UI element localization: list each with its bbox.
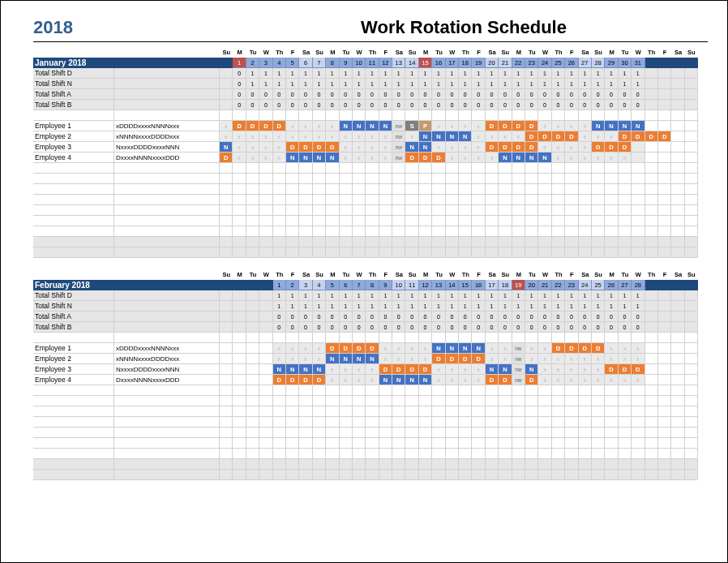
day-number: 27 (619, 280, 632, 290)
shift-cell: N (499, 364, 512, 375)
shift-cell: x (326, 131, 339, 142)
day-number: 28 (632, 280, 644, 290)
shift-cell: x (299, 343, 312, 354)
day-number: 4 (313, 280, 326, 290)
shift-cell: N (405, 375, 418, 385)
shift-cell: x (579, 364, 592, 375)
shift-cell: N (605, 121, 618, 131)
shift-cell: x (592, 364, 605, 375)
shift-cell: D (405, 364, 418, 375)
day-number: 12 (379, 58, 392, 68)
day-number: 25 (552, 58, 565, 68)
day-number: 12 (419, 280, 432, 290)
employee-name: Employee 1 (33, 121, 114, 131)
shift-cell: x (619, 153, 632, 163)
employee-pattern: NxxxxDDDDxxxxNNN (114, 364, 220, 375)
shift-cell: D (499, 142, 512, 153)
shift-cell: N (353, 121, 366, 131)
shift-cell: D (299, 142, 312, 153)
shift-cell: D (592, 142, 605, 153)
shift-cell: N (299, 153, 312, 163)
shift-cell: x (499, 131, 512, 142)
shift-cell: D (459, 354, 472, 364)
month-header-row: February 2018123456789101112131415161718… (33, 280, 708, 290)
shift-cell: N (273, 364, 286, 375)
shift-cell: x (432, 375, 445, 385)
shift-cell: x (326, 375, 339, 385)
shift-cell: x (379, 343, 392, 354)
shift-cell: D (366, 343, 379, 354)
shift-cell: D (432, 153, 445, 163)
day-number: 21 (538, 280, 551, 290)
shift-cell: x (273, 142, 286, 153)
employee-pattern: DxxxxNNNNxxxxDDD (114, 153, 220, 163)
day-number: 5 (326, 280, 339, 290)
shift-cell: x (286, 354, 299, 364)
shift-cell: x (299, 121, 312, 131)
shift-cell: x (538, 364, 551, 375)
total-row: Total Shift D111111111111111111111111111… (33, 290, 708, 301)
shift-cell: D (592, 343, 605, 354)
shift-cell: x (432, 121, 445, 131)
day-number: 2 (246, 58, 259, 68)
shift-cell: x (486, 153, 499, 163)
shift-cell: x (552, 142, 565, 153)
shift-cell: x (459, 121, 472, 131)
shift-cell: x (340, 153, 353, 163)
shift-cell: x (379, 354, 392, 364)
employee-name: Employee 2 (33, 354, 114, 364)
day-number: 15 (419, 58, 432, 68)
shift-cell: D (326, 343, 339, 354)
employee-pattern: xDDDDxxxxNNNNxxx (114, 121, 220, 131)
shift-cell: D (405, 153, 418, 163)
employee-row: Employee 4DxxxxNNNNxxxxDDDDxxxxNNNNxxxxn… (33, 153, 708, 163)
shift-cell: nw (392, 153, 405, 163)
shift-cell: x (499, 343, 512, 354)
shift-cell: N (392, 375, 405, 385)
shift-cell: x (552, 121, 565, 131)
shift-cell: D (353, 343, 366, 354)
day-number: 16 (472, 280, 485, 290)
shift-cell: x (565, 121, 578, 131)
shift-cell: x (366, 153, 379, 163)
shift-cell: N (499, 153, 512, 163)
shift-cell: S (405, 121, 418, 131)
shift-cell: N (326, 153, 339, 163)
day-number: 30 (619, 58, 632, 68)
shift-cell: nw (392, 142, 405, 153)
shift-cell: x (379, 153, 392, 163)
shift-cell: x (340, 364, 353, 375)
shift-cell: x (286, 121, 299, 131)
year-label: 2018 (33, 17, 220, 38)
shift-cell: N (220, 142, 233, 153)
day-number: 29 (605, 58, 618, 68)
shift-cell: x (220, 131, 233, 142)
shift-cell: D (565, 131, 578, 142)
employee-row: Employee 3NxxxxDDDDxxxxNNNNNNNxxxxDDDDxx… (33, 364, 708, 375)
shift-cell: x (459, 364, 472, 375)
shift-cell: x (538, 121, 551, 131)
shift-cell: x (259, 131, 272, 142)
shift-cell: N (313, 153, 326, 163)
shift-cell: x (259, 153, 272, 163)
shift-cell: N (432, 131, 445, 142)
day-number: 13 (392, 58, 405, 68)
employee-name: Employee 3 (33, 364, 114, 375)
shift-cell: nw (392, 131, 405, 142)
shift-cell: x (565, 153, 578, 163)
day-number: 25 (592, 280, 605, 290)
shift-cell: x (632, 343, 644, 354)
shift-cell: D (645, 131, 658, 142)
shift-cell: x (565, 375, 578, 385)
shift-cell: D (552, 343, 565, 354)
day-number: 15 (459, 280, 472, 290)
shift-cell: D (286, 375, 299, 385)
shift-cell: N (632, 121, 644, 131)
shift-cell: x (632, 375, 644, 385)
day-number: 7 (313, 58, 326, 68)
shift-cell: nw (512, 354, 525, 364)
shift-cell: N (326, 354, 339, 364)
day-number: 2 (286, 280, 299, 290)
shift-cell: x (273, 153, 286, 163)
shift-cell: N (592, 121, 605, 131)
